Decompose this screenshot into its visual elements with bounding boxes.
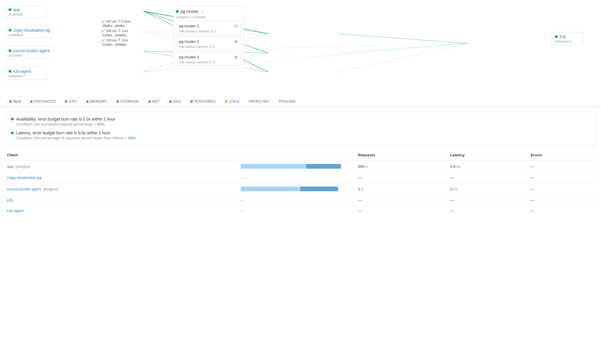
requests-cell-app: 604/s xyxy=(356,160,448,172)
node-k3s-agent-label: k3s-agent xyxy=(13,69,31,74)
client-link-k3s[interactable]: k3s xyxy=(7,198,13,202)
client-link-cnpg[interactable]: cnpg-cloudnative-pg xyxy=(7,175,41,180)
slo-latency-threshold[interactable]: 99% xyxy=(128,136,136,140)
col-client: Client xyxy=(5,150,238,160)
bar-dark-app xyxy=(306,164,341,169)
tab-dns-label: DNS xyxy=(173,99,181,104)
tab-profiling[interactable]: PROFILING xyxy=(244,96,274,107)
tab-dot-storage xyxy=(117,100,119,103)
node-coroot-label: coroot-cluster-agent xyxy=(13,48,50,53)
slo-availability-dot xyxy=(11,118,14,121)
requests-cell-k3s: — xyxy=(356,195,448,206)
node-k3s[interactable]: k3s instances:1 xyxy=(551,32,583,45)
tab-memory-label: MEMORY xyxy=(90,99,107,104)
latency-cell-k3s-agent: — xyxy=(448,206,528,216)
node-cnpg[interactable]: cnpg-cloudnative-pg ns:default xyxy=(5,26,53,39)
node-k3s-sub: instances:1 xyxy=(555,40,580,43)
col-latency: Latency xyxy=(448,150,528,160)
traffic-label-2: 📈 100 rps ⏱ 1ms↑12kB/s ↓154kB/s xyxy=(100,28,129,38)
status-dot-pg-cluster xyxy=(176,10,179,13)
pg-node-2-label: pg-cluster-2 xyxy=(179,39,199,44)
node-cnpg-sub: ns:default xyxy=(9,33,50,37)
bar-light-app xyxy=(241,164,305,169)
tab-dot-memory xyxy=(86,100,89,103)
table-row: cnpg-cloudnative-pg — — — — xyxy=(5,172,596,183)
errors-cell-k3s: — xyxy=(528,195,596,206)
pg-node-2[interactable]: pg-cluster-2 ⊕ role:replica / version:17… xyxy=(176,37,241,50)
bar-cell-coroot xyxy=(238,183,356,195)
tab-postgres[interactable]: POSTGRES xyxy=(186,96,220,107)
node-coroot-sub: ns:coroot xyxy=(9,54,50,57)
table-row: k3s — — — — xyxy=(5,195,596,206)
slo-latency-dot xyxy=(11,131,14,134)
svg-line-12 xyxy=(339,43,468,72)
tab-tracing[interactable]: TRACING xyxy=(274,96,300,107)
tab-storage[interactable]: STORAGE xyxy=(112,96,144,107)
pg-node-1-label: pg-cluster-1 xyxy=(179,24,199,28)
more-options-icon[interactable]: ⋮ xyxy=(200,9,205,14)
slo-latency-condition: Condition: the percentage of requests se… xyxy=(16,136,136,140)
pg-node-3-label: pg-cluster-3 xyxy=(179,55,199,59)
slo-availability-condition: Condition: the successful request percen… xyxy=(16,122,115,126)
node-coroot[interactable]: coroot-cluster-agent ns:coroot xyxy=(5,46,53,59)
node-k3s-agent[interactable]: k3s-agent instances:2 xyxy=(5,67,46,80)
errors-cell-coroot: — xyxy=(528,183,596,195)
requests-cell-coroot: 1/s xyxy=(356,183,448,195)
node-app[interactable]: app ns:default xyxy=(5,5,46,18)
tab-dot-instances xyxy=(30,100,33,103)
tab-tracing-label: TRACING xyxy=(278,99,296,104)
client-link-coroot[interactable]: coroot-cluster-agent xyxy=(7,187,41,191)
slo-latency-label: Latency: error budget burn rate is 0.0x … xyxy=(16,131,136,135)
pg-node-1[interactable]: pg-cluster-1 ⊙ role:primary / version:17… xyxy=(176,21,241,35)
svg-line-11 xyxy=(339,43,468,53)
pg-node-2-sub: role:replica / version:17.2 xyxy=(179,45,238,48)
tab-dns[interactable]: DNS xyxy=(165,96,186,107)
client-cell: k3s-agent xyxy=(5,206,238,216)
slo-availability: Availability: error budget burn rate is … xyxy=(11,117,590,126)
tab-slo[interactable]: SLO xyxy=(5,96,26,107)
latency-cell-coroot: 2ms xyxy=(448,183,528,195)
tab-instances[interactable]: INSTANCES xyxy=(26,96,60,107)
pg-node-3[interactable]: pg-cluster-3 ⊕ role:replica / version:17… xyxy=(176,52,241,66)
node-k3s-agent-sub: instances:2 xyxy=(9,74,43,78)
latency-cell-cnpg: — xyxy=(448,172,528,183)
table-section: Client Requests Latency Errors app postg… xyxy=(5,150,596,216)
slo-availability-threshold[interactable]: 99% xyxy=(97,122,104,126)
client-link-app[interactable]: app xyxy=(7,164,13,169)
tab-postgres-label: POSTGRES xyxy=(194,99,215,104)
traffic-label-3: 📈 198 rps ⏱ 1ms↑21kB/s ↓296kB/s xyxy=(100,38,129,48)
node-k3s-label: k3s xyxy=(560,34,566,39)
latency-cell-app: 0.9ms xyxy=(448,160,528,172)
errors-cell-app: — xyxy=(528,160,596,172)
client-link-k3s-agent[interactable]: k3s-agent xyxy=(7,209,24,213)
table-row: coroot-cluster-agent postgres 1/s 2ms — xyxy=(5,183,596,195)
pg-node-1-sub: role:primary / version:17.2 xyxy=(179,29,238,33)
tab-logs-label: LOGS xyxy=(229,99,239,104)
tab-storage-label: STORAGE xyxy=(120,99,139,104)
slo-latency: Latency: error budget burn rate is 0.0x … xyxy=(11,131,590,140)
topology-lines xyxy=(0,0,601,94)
node-app-label: app xyxy=(13,7,20,12)
col-requests: Requests xyxy=(356,150,448,160)
errors-cell-k3s-agent: — xyxy=(528,206,596,216)
tab-cpu[interactable]: CPU xyxy=(60,96,81,107)
tabs-bar: SLO INSTANCES CPU MEMORY STORAGE NET DNS… xyxy=(0,96,601,107)
slo-section: Availability: error budget burn rate is … xyxy=(5,112,596,145)
db-icon-1: ⊙ xyxy=(234,23,238,29)
requests-cell-cnpg: — xyxy=(356,172,448,183)
tab-logs[interactable]: LOGS xyxy=(220,96,244,107)
tab-memory[interactable]: MEMORY xyxy=(82,96,112,107)
bar-cell-k3s-agent: — xyxy=(238,206,356,216)
db-icon-3: ⊕ xyxy=(234,54,238,60)
client-cell: app postgres xyxy=(5,160,238,172)
status-dot-k3s xyxy=(555,35,558,38)
tab-net-label: NET xyxy=(152,99,160,104)
traffic-label-1: 📈 307 rps ⏱ 0.6ms↑35kB/s ↓36kB/s xyxy=(100,19,132,29)
tab-instances-label: INSTANCES xyxy=(34,99,55,104)
requests-cell-k3s-agent: — xyxy=(356,206,448,216)
col-bar xyxy=(238,150,356,160)
tab-dot-dns xyxy=(169,100,172,103)
status-dot-coroot xyxy=(9,49,11,52)
tab-net[interactable]: NET xyxy=(144,96,165,107)
client-cell: cnpg-cloudnative-pg xyxy=(5,172,238,183)
